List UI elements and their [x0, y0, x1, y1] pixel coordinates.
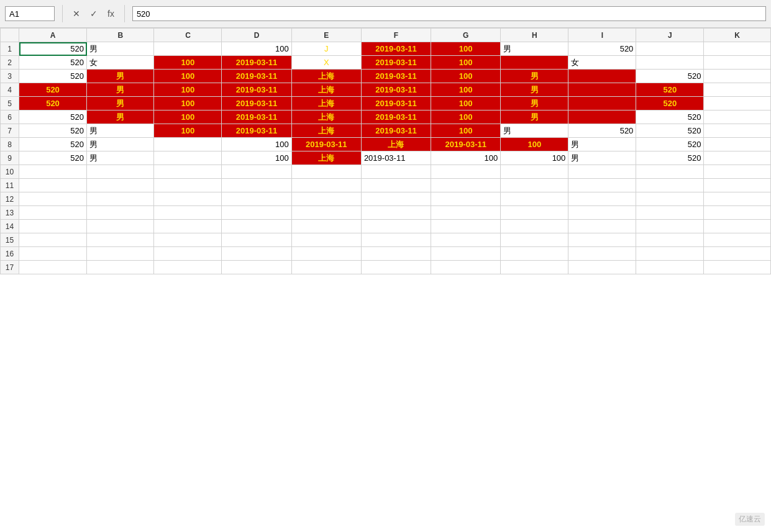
cell-B2[interactable]: 女 — [87, 56, 154, 70]
cell-B11[interactable] — [87, 179, 154, 192]
cell-J15[interactable] — [636, 233, 704, 247]
cell-A12[interactable] — [19, 192, 87, 206]
cell-F3[interactable]: 2019-03-11 — [361, 70, 431, 83]
cell-H15[interactable] — [501, 233, 568, 247]
cell-D8[interactable]: 100 — [222, 138, 291, 151]
cell-I6[interactable] — [568, 110, 636, 124]
cell-E11[interactable] — [291, 179, 361, 192]
cell-J11[interactable] — [636, 179, 704, 192]
cell-F6[interactable]: 2019-03-11 — [361, 110, 431, 124]
col-header-B[interactable]: B — [87, 29, 154, 42]
cell-G17[interactable] — [431, 261, 501, 274]
cell-A17[interactable] — [19, 261, 87, 274]
col-header-G[interactable]: G — [431, 29, 501, 42]
cell-B9[interactable]: 男 — [87, 151, 154, 165]
cell-D17[interactable] — [222, 261, 291, 274]
cell-G14[interactable] — [431, 220, 501, 233]
cell-E9[interactable]: 上海 — [291, 151, 361, 165]
cell-I8[interactable]: 男 — [568, 138, 636, 151]
cell-A15[interactable] — [19, 233, 87, 247]
cell-D13[interactable] — [222, 206, 291, 220]
cell-F14[interactable] — [361, 220, 431, 233]
cell-D14[interactable] — [222, 220, 291, 233]
cell-E17[interactable] — [291, 261, 361, 274]
cell-D6[interactable]: 2019-03-11 — [222, 110, 291, 124]
cell-K14[interactable] — [704, 220, 771, 233]
cell-E15[interactable] — [291, 233, 361, 247]
cell-C2[interactable]: 100 — [154, 56, 222, 70]
cell-F10[interactable] — [361, 165, 431, 179]
cell-B5[interactable]: 男 — [87, 97, 154, 110]
cell-B3[interactable]: 男 — [87, 70, 154, 83]
cell-F12[interactable] — [361, 192, 431, 206]
cell-D1[interactable]: 100 — [222, 42, 291, 56]
cell-H9[interactable]: 100 — [501, 151, 568, 165]
cell-I14[interactable] — [568, 220, 636, 233]
cell-F11[interactable] — [361, 179, 431, 192]
cell-J17[interactable] — [636, 261, 704, 274]
cell-A1[interactable]: 520 — [19, 42, 87, 56]
cell-K16[interactable] — [704, 247, 771, 261]
cell-H11[interactable] — [501, 179, 568, 192]
cell-F4[interactable]: 2019-03-11 — [361, 83, 431, 97]
cell-E1[interactable]: J — [291, 42, 361, 56]
cell-I1[interactable]: 520 — [568, 42, 636, 56]
cell-G2[interactable]: 100 — [431, 56, 501, 70]
cell-G3[interactable]: 100 — [431, 70, 501, 83]
cell-H14[interactable] — [501, 220, 568, 233]
cell-B15[interactable] — [87, 233, 154, 247]
cell-K1[interactable] — [704, 42, 771, 56]
col-header-A[interactable]: A — [19, 29, 87, 42]
cell-C13[interactable] — [154, 206, 222, 220]
cell-J14[interactable] — [636, 220, 704, 233]
cell-J5[interactable]: 520 — [636, 97, 704, 110]
cell-C9[interactable] — [154, 151, 222, 165]
cell-C11[interactable] — [154, 179, 222, 192]
cell-H13[interactable] — [501, 206, 568, 220]
cell-D10[interactable] — [222, 165, 291, 179]
cell-E10[interactable] — [291, 165, 361, 179]
row-number-header[interactable] — [1, 29, 19, 42]
cell-F15[interactable] — [361, 233, 431, 247]
cell-F8[interactable]: 上海 — [361, 138, 431, 151]
cell-E5[interactable]: 上海 — [291, 97, 361, 110]
cell-E2[interactable]: X — [291, 56, 361, 70]
cell-K15[interactable] — [704, 233, 771, 247]
cell-I15[interactable] — [568, 233, 636, 247]
cell-J10[interactable] — [636, 165, 704, 179]
cell-J6[interactable]: 520 — [636, 110, 704, 124]
cell-H16[interactable] — [501, 247, 568, 261]
cell-B17[interactable] — [87, 261, 154, 274]
cell-G5[interactable]: 100 — [431, 97, 501, 110]
cell-C14[interactable] — [154, 220, 222, 233]
cell-D11[interactable] — [222, 179, 291, 192]
cell-I5[interactable] — [568, 97, 636, 110]
cell-B1[interactable]: 男 — [87, 42, 154, 56]
cancel-button[interactable]: ✕ — [70, 7, 83, 20]
cell-F9[interactable]: 2019-03-11 — [361, 151, 431, 165]
cell-G9[interactable]: 100 — [431, 151, 501, 165]
cell-A7[interactable]: 520 — [19, 124, 87, 138]
cell-H2[interactable] — [501, 56, 568, 70]
cell-G15[interactable] — [431, 233, 501, 247]
cell-I11[interactable] — [568, 179, 636, 192]
cell-H1[interactable]: 男 — [501, 42, 568, 56]
cell-E13[interactable] — [291, 206, 361, 220]
cell-K5[interactable] — [704, 97, 771, 110]
cell-J12[interactable] — [636, 192, 704, 206]
cell-K10[interactable] — [704, 165, 771, 179]
cell-K2[interactable] — [704, 56, 771, 70]
cell-C4[interactable]: 100 — [154, 83, 222, 97]
cell-K9[interactable] — [704, 151, 771, 165]
cell-E6[interactable]: 上海 — [291, 110, 361, 124]
cell-A2[interactable]: 520 — [19, 56, 87, 70]
cell-A11[interactable] — [19, 179, 87, 192]
cell-H3[interactable]: 男 — [501, 70, 568, 83]
cell-B12[interactable] — [87, 192, 154, 206]
cell-A10[interactable] — [19, 165, 87, 179]
cell-A13[interactable] — [19, 206, 87, 220]
cell-D15[interactable] — [222, 233, 291, 247]
cell-J4[interactable]: 520 — [636, 83, 704, 97]
cell-C15[interactable] — [154, 233, 222, 247]
cell-B13[interactable] — [87, 206, 154, 220]
